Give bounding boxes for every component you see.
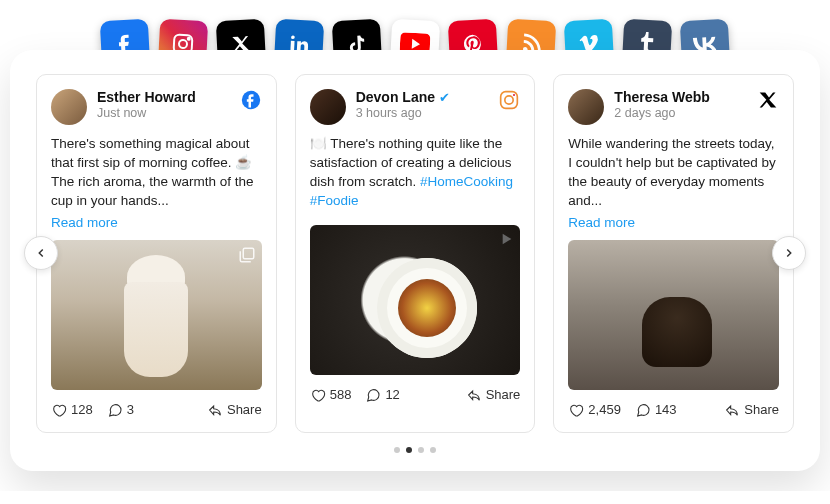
- comment-button[interactable]: 143: [635, 402, 677, 418]
- prev-button[interactable]: [24, 236, 58, 270]
- share-button[interactable]: Share: [466, 387, 521, 403]
- share-label: Share: [486, 387, 521, 402]
- comment-button[interactable]: 3: [107, 402, 134, 418]
- pagination-dots[interactable]: [36, 447, 794, 453]
- like-count: 128: [71, 402, 93, 417]
- like-button[interactable]: 588: [310, 387, 352, 403]
- carousel-icon: [238, 246, 256, 268]
- read-more-link[interactable]: Read more: [51, 215, 262, 230]
- svg-point-4: [291, 35, 295, 39]
- next-button[interactable]: [772, 236, 806, 270]
- feed-panel: Esther Howard Just now There's something…: [10, 50, 820, 471]
- timestamp: Just now: [97, 106, 230, 120]
- svg-point-1: [179, 40, 187, 48]
- comment-count: 143: [655, 402, 677, 417]
- share-button[interactable]: Share: [207, 402, 262, 418]
- dot[interactable]: [430, 447, 436, 453]
- svg-point-2: [188, 38, 190, 40]
- author-name[interactable]: Esther Howard: [97, 89, 196, 105]
- read-more-link[interactable]: Read more: [568, 215, 779, 230]
- svg-rect-9: [501, 92, 518, 109]
- author-name[interactable]: Theresa Webb: [614, 89, 709, 105]
- instagram-icon: [498, 89, 520, 111]
- post-body: 🍽️ There's nothing quite like the satisf…: [310, 135, 521, 211]
- timestamp: 3 hours ago: [356, 106, 489, 120]
- post-image[interactable]: [310, 225, 521, 375]
- svg-point-10: [505, 96, 513, 104]
- post-card: Esther Howard Just now There's something…: [36, 74, 277, 433]
- play-icon: [498, 231, 514, 251]
- share-label: Share: [227, 402, 262, 417]
- post-card: Devon Lane✔ 3 hours ago 🍽️ There's nothi…: [295, 74, 536, 433]
- dot[interactable]: [394, 447, 400, 453]
- post-body: While wandering the streets today, I cou…: [568, 135, 779, 211]
- post-image[interactable]: [51, 240, 262, 390]
- author-name[interactable]: Devon Lane: [356, 89, 435, 105]
- verified-badge-icon: ✔: [439, 90, 450, 105]
- comment-button[interactable]: 12: [365, 387, 399, 403]
- svg-point-11: [513, 94, 515, 96]
- share-button[interactable]: Share: [724, 402, 779, 418]
- post-image[interactable]: [568, 240, 779, 390]
- feed-carousel: Esther Howard Just now There's something…: [36, 74, 794, 433]
- like-count: 588: [330, 387, 352, 402]
- share-label: Share: [744, 402, 779, 417]
- svg-rect-8: [243, 248, 254, 259]
- comment-count: 3: [127, 402, 134, 417]
- x-twitter-icon: [757, 89, 779, 111]
- dot[interactable]: [418, 447, 424, 453]
- comment-count: 12: [385, 387, 399, 402]
- avatar: [51, 89, 87, 125]
- dot-active[interactable]: [406, 447, 412, 453]
- post-card: Theresa Webb 2 days ago While wandering …: [553, 74, 794, 433]
- avatar: [568, 89, 604, 125]
- like-button[interactable]: 128: [51, 402, 93, 418]
- like-count: 2,459: [588, 402, 621, 417]
- post-body: There's something magical about that fir…: [51, 135, 262, 211]
- like-button[interactable]: 2,459: [568, 402, 621, 418]
- timestamp: 2 days ago: [614, 106, 747, 120]
- avatar: [310, 89, 346, 125]
- facebook-icon: [240, 89, 262, 111]
